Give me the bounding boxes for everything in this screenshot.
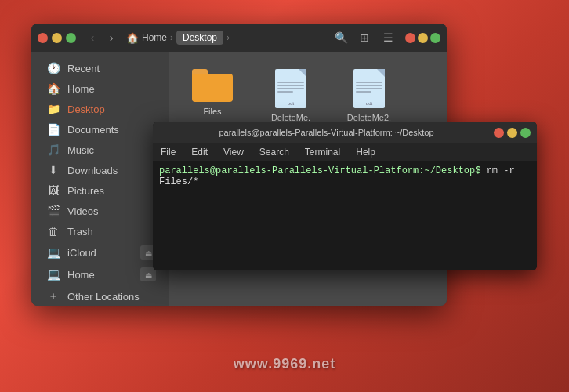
sidebar-label-trash: Trash [67,226,156,238]
close-button[interactable] [38,33,48,43]
breadcrumb: 🏠 Home › Desktop › [126,31,332,45]
max-btn-right[interactable] [430,33,440,43]
menu-search[interactable]: Search [256,145,292,159]
terminal-titlebar: parallels@parallels-Parallels-Virtual-Pl… [153,122,537,143]
home2-eject-button[interactable]: ⏏ [140,267,156,281]
terminal-window: parallels@parallels-Parallels-Virtual-Pl… [153,122,537,270]
breadcrumb-separator: › [170,32,173,43]
recent-icon: 🕐 [47,62,60,74]
breadcrumb-home-label[interactable]: Home [142,32,167,43]
file-name-files: Files [203,107,221,117]
sidebar-item-home2[interactable]: 💻 Home ⏏ [34,263,165,285]
minimize-button[interactable] [52,33,62,43]
sidebar-label-home: Home [67,83,156,95]
close-btn-right[interactable] [405,33,415,43]
maximize-button[interactable] [66,33,76,43]
desktop-icon: 📁 [47,103,60,115]
videos-icon: 🎬 [47,205,60,217]
sidebar-label-icloud: iCloud [67,247,132,259]
watermark: www.9969.net [234,356,335,372]
sidebar-item-downloads[interactable]: ⬇ Downloads [34,160,165,180]
toolbar-right: 🔍 ⊞ ☰ [332,28,440,47]
min-btn-right[interactable] [418,33,428,43]
menu-button[interactable]: ☰ [379,28,397,47]
terminal-close-btn[interactable] [494,128,504,138]
file-manager-titlebar: ‹ › 🏠 Home › Desktop › 🔍 ⊞ ☰ [31,24,447,52]
other-locations-icon: ＋ [47,289,60,303]
sidebar-item-home[interactable]: 🏠 Home [34,78,165,99]
terminal-line: parallels@parallels-Parallels-Virtual-Pl… [159,165,531,187]
sidebar-item-documents[interactable]: 📄 Documents [34,119,165,140]
document-icon-deleteme2: odt [353,69,385,108]
downloads-icon: ⬇ [47,164,60,176]
music-icon: 🎵 [47,143,60,156]
sidebar: 🕐 Recent 🏠 Home 📁 Desktop 📄 Documents 🎵 … [31,52,169,306]
trash-icon: 🗑 [47,225,60,238]
sidebar-item-music[interactable]: 🎵 Music [34,140,165,160]
folder-icon [192,69,233,102]
sidebar-item-icloud[interactable]: 💻 iCloud ⏏ [34,241,165,263]
pictures-icon: 🖼 [47,184,60,197]
terminal-prompt: parallels@parallels-Parallels-Virtual-Pl… [159,165,480,176]
terminal-menubar: File Edit View Search Terminal Help [153,143,537,161]
forward-button[interactable]: › [103,29,120,46]
sidebar-label-pictures: Pictures [67,185,156,197]
home2-icon: 💻 [47,268,60,281]
terminal-title: parallels@parallels-Parallels-Virtual-Pl… [159,128,494,137]
search-button[interactable]: 🔍 [332,28,350,47]
sidebar-label-desktop: Desktop [67,103,156,115]
home-icon: 🏠 [47,82,60,95]
sidebar-label-recent: Recent [67,63,156,74]
view-options-button[interactable]: ⊞ [355,28,374,47]
breadcrumb-end-sep: › [227,32,230,43]
sidebar-item-other-locations[interactable]: ＋ Other Locations [34,285,165,306]
sidebar-item-pictures[interactable]: 🖼 Pictures [34,180,165,201]
menu-terminal[interactable]: Terminal [302,145,343,159]
document-icon-deleteme: odt [275,69,306,108]
sidebar-label-downloads: Downloads [67,165,156,176]
sidebar-item-trash[interactable]: 🗑 Trash [34,221,165,241]
breadcrumb-current[interactable]: Desktop [176,31,223,45]
documents-icon: 📄 [47,123,60,136]
menu-view[interactable]: View [220,145,247,159]
breadcrumb-home-icon: 🏠 Home [126,32,167,44]
menu-file[interactable]: File [158,145,179,159]
terminal-window-controls [494,128,531,138]
menu-edit[interactable]: Edit [188,145,211,159]
nav-buttons: ‹ › [84,29,120,46]
sidebar-item-videos[interactable]: 🎬 Videos [34,201,165,221]
sidebar-item-desktop[interactable]: 📁 Desktop [34,99,165,119]
sidebar-label-videos: Videos [67,205,156,217]
sidebar-item-recent[interactable]: 🕐 Recent [34,58,165,78]
sidebar-label-music: Music [67,144,156,156]
icloud-icon: 💻 [47,246,60,259]
back-button[interactable]: ‹ [84,29,101,46]
terminal-body[interactable]: parallels@parallels-Parallels-Virtual-Pl… [153,161,537,270]
sidebar-label-other-locations: Other Locations [67,291,156,303]
menu-help[interactable]: Help [353,145,379,159]
window-controls [38,33,76,43]
sidebar-label-home2: Home [67,269,132,281]
sidebar-label-documents: Documents [67,124,156,136]
terminal-min-btn[interactable] [507,128,517,138]
terminal-max-btn[interactable] [520,128,531,138]
